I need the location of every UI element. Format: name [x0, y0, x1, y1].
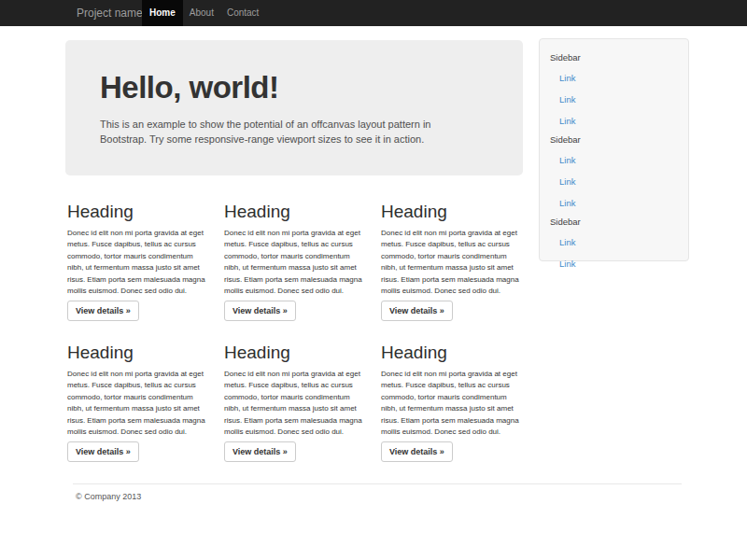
navbar-menu: HomeAboutContact [142, 0, 265, 26]
sidebar-link[interactable]: Link [550, 67, 678, 89]
navbar: Project name HomeAboutContact [0, 0, 747, 26]
view-details-button[interactable]: View details » [381, 301, 453, 321]
navbar-item[interactable]: Home [142, 0, 183, 26]
card-heading: Heading [67, 202, 215, 221]
footer-divider [73, 483, 682, 484]
sidebar-link[interactable]: Link [550, 171, 678, 192]
sidebar-heading: Sidebar [550, 217, 678, 227]
card-heading: Heading [224, 202, 372, 221]
content-card: Heading Donec id elit non mi porta gravi… [381, 343, 529, 462]
card-heading: Heading [381, 343, 529, 362]
card-body-text: Donec id elit non mi porta gravida at eg… [381, 228, 525, 297]
jumbotron: Hello, world! This is an example to show… [65, 40, 523, 175]
view-details-button[interactable]: View details » [67, 441, 139, 462]
content-card: Heading Donec id elit non mi porta gravi… [224, 343, 372, 462]
view-details-button[interactable]: View details » [224, 301, 296, 321]
sidebar-panel: Sidebar LinkLinkLink Sidebar LinkLinkLin… [539, 38, 689, 261]
content-card: Heading Donec id elit non mi porta gravi… [67, 202, 215, 321]
card-heading: Heading [67, 343, 215, 362]
sidebar-group: Sidebar LinkLink [550, 217, 678, 274]
card-body-text: Donec id elit non mi porta gravida at eg… [67, 369, 211, 438]
content-card: Heading Donec id elit non mi porta gravi… [224, 202, 372, 321]
sidebar-link[interactable]: Link [550, 192, 678, 214]
sidebar-group: Sidebar LinkLinkLink [550, 134, 678, 214]
navbar-brand[interactable]: Project name [77, 0, 143, 26]
card-heading: Heading [224, 343, 372, 362]
page: Project name HomeAboutContact Hello, wor… [0, 0, 747, 560]
sidebar-link[interactable]: Link [550, 253, 678, 274]
sidebar-link[interactable]: Link [550, 89, 678, 110]
content-card: Heading Donec id elit non mi porta gravi… [67, 343, 215, 462]
card-body-text: Donec id elit non mi porta gravida at eg… [381, 369, 525, 438]
sidebar-heading: Sidebar [550, 134, 678, 145]
card-body-text: Donec id elit non mi porta gravida at eg… [224, 369, 368, 438]
card-body-text: Donec id elit non mi porta gravida at eg… [224, 228, 368, 297]
view-details-button[interactable]: View details » [67, 301, 139, 321]
card-body-text: Donec id elit non mi porta gravida at eg… [67, 228, 211, 297]
card-heading: Heading [381, 202, 529, 221]
sidebar-heading: Sidebar [550, 52, 678, 63]
sidebar-link[interactable]: Link [550, 110, 678, 132]
view-details-button[interactable]: View details » [224, 441, 296, 462]
navbar-item[interactable]: Contact [220, 0, 265, 26]
sidebar-link[interactable]: Link [550, 149, 678, 171]
sidebar-group: Sidebar LinkLinkLink [550, 52, 678, 132]
navbar-item[interactable]: About [183, 0, 220, 26]
view-details-button[interactable]: View details » [381, 441, 453, 462]
sidebar-link[interactable]: Link [550, 231, 678, 253]
content-card: Heading Donec id elit non mi porta gravi… [381, 202, 529, 321]
footer-copyright: © Company 2013 [76, 492, 141, 501]
jumbotron-description: This is an example to show the potential… [100, 117, 472, 147]
jumbotron-title: Hello, world! [100, 70, 487, 105]
